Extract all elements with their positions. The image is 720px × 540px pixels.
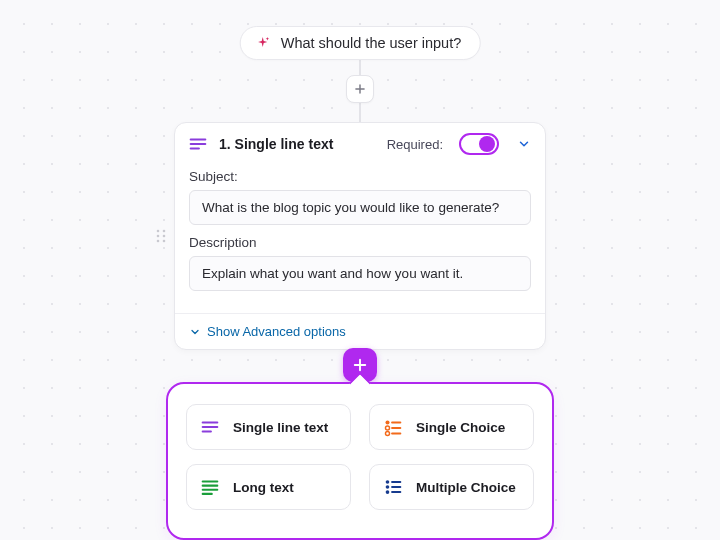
chevron-down-icon bbox=[189, 326, 201, 338]
sparkle-icon bbox=[255, 35, 271, 51]
svg-point-1 bbox=[163, 230, 166, 233]
required-toggle[interactable] bbox=[459, 133, 499, 155]
field-type-long-text[interactable]: Long text bbox=[186, 464, 351, 510]
svg-point-12 bbox=[385, 420, 389, 424]
field-type-label: Multiple Choice bbox=[416, 480, 516, 495]
field-type-panel: Single line text Single Choice bbox=[166, 382, 554, 540]
prompt-node[interactable]: What should the user input? bbox=[240, 26, 481, 60]
subject-label: Subject: bbox=[189, 169, 531, 184]
card-title: 1. Single line text bbox=[219, 136, 333, 152]
prompt-text: What should the user input? bbox=[281, 35, 462, 51]
field-type-single-choice[interactable]: Single Choice bbox=[369, 404, 534, 450]
svg-point-2 bbox=[157, 235, 160, 238]
field-type-label: Single line text bbox=[233, 420, 328, 435]
drag-handle-icon[interactable] bbox=[155, 229, 169, 243]
svg-point-16 bbox=[385, 431, 389, 435]
required-label: Required: bbox=[387, 137, 443, 152]
multiple-choice-icon bbox=[382, 476, 404, 498]
chevron-down-icon[interactable] bbox=[517, 137, 531, 151]
long-text-icon bbox=[199, 476, 221, 498]
add-step-button[interactable] bbox=[346, 75, 374, 103]
single-choice-icon bbox=[382, 416, 404, 438]
svg-point-24 bbox=[386, 485, 390, 489]
description-label: Description bbox=[189, 235, 531, 250]
field-type-label: Single Choice bbox=[416, 420, 505, 435]
svg-point-4 bbox=[157, 240, 160, 243]
svg-point-26 bbox=[386, 490, 390, 494]
subject-input[interactable] bbox=[189, 190, 531, 225]
field-type-single-line-text[interactable]: Single line text bbox=[186, 404, 351, 450]
connector-line bbox=[359, 58, 361, 76]
field-type-label: Long text bbox=[233, 480, 294, 495]
field-type-multiple-choice[interactable]: Multiple Choice bbox=[369, 464, 534, 510]
single-line-text-icon bbox=[187, 133, 209, 155]
svg-point-3 bbox=[163, 235, 166, 238]
description-input[interactable] bbox=[189, 256, 531, 291]
connector-line bbox=[359, 102, 361, 124]
show-advanced-button[interactable]: Show Advanced options bbox=[175, 313, 545, 349]
svg-point-5 bbox=[163, 240, 166, 243]
single-line-text-icon bbox=[199, 416, 221, 438]
advanced-label: Show Advanced options bbox=[207, 324, 346, 339]
svg-point-14 bbox=[385, 426, 389, 430]
card-header: 1. Single line text Required: bbox=[175, 123, 545, 165]
svg-point-22 bbox=[386, 480, 390, 484]
svg-point-0 bbox=[157, 230, 160, 233]
field-card: 1. Single line text Required: Subject: D… bbox=[174, 122, 546, 350]
